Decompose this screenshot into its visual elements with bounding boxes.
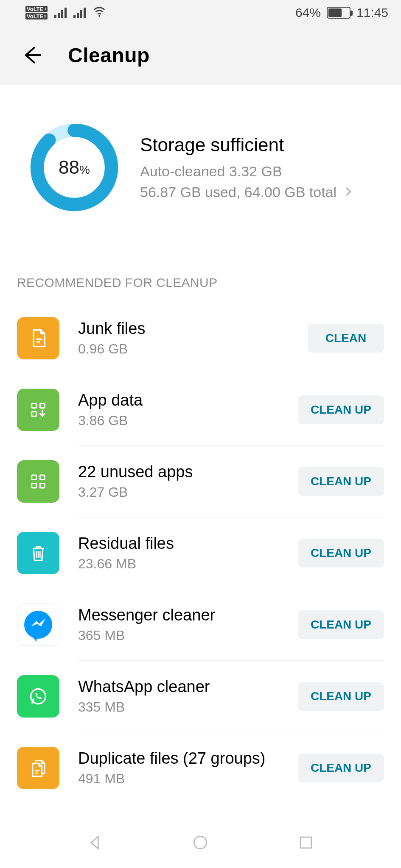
svg-point-0 — [98, 15, 100, 17]
battery-icon — [327, 7, 351, 19]
whatsapp-icon — [17, 675, 59, 718]
nav-home-button[interactable] — [188, 830, 213, 855]
svg-rect-4 — [40, 403, 45, 408]
list-item-title: Duplicate files (27 groups) — [78, 749, 279, 768]
list-item-sub: 335 MB — [78, 699, 279, 715]
svg-point-11 — [194, 836, 207, 849]
section-header-recommended: RECOMMENDED FOR CLEANUP — [0, 259, 401, 303]
chevron-right-icon — [342, 186, 354, 199]
list-item-title: Residual files — [78, 534, 279, 553]
list-item-sub: 365 MB — [78, 628, 279, 643]
back-button[interactable] — [17, 40, 47, 70]
battery-percent: 64% — [295, 6, 321, 20]
volte-indicators: VoLTE1 VoLTE2 — [25, 6, 48, 19]
app-download-icon — [17, 389, 59, 431]
list-item-title: App data — [78, 391, 279, 409]
volte-1-icon: VoLTE1 — [25, 6, 48, 12]
storage-ring-chart: 88% — [30, 123, 119, 212]
storage-percent-symbol: % — [79, 163, 90, 176]
storage-status-title: Storage sufficient — [140, 134, 384, 156]
clean-button[interactable]: CLEAN — [308, 324, 384, 353]
list-item-title: Messenger cleaner — [78, 606, 279, 624]
clean-up-button[interactable]: CLEAN UP — [298, 754, 384, 782]
clean-up-button[interactable]: CLEAN UP — [298, 539, 384, 568]
list-item-title: 22 unused apps — [78, 463, 279, 481]
list-item-title: Junk files — [78, 320, 289, 338]
list-item-title: WhatsApp cleaner — [78, 678, 279, 696]
file-icon — [17, 317, 59, 359]
volte-2-sub: 2 — [44, 14, 46, 18]
storage-autocleaned: Auto-cleaned 3.32 GB — [140, 163, 384, 180]
app-bar: Cleanup — [0, 25, 401, 85]
svg-rect-3 — [32, 403, 36, 408]
cleanup-list: Junk files 0.96 GB CLEAN App data 3.86 G… — [0, 303, 401, 804]
nav-recent-button[interactable] — [293, 830, 319, 855]
list-item-sub: 491 MB — [78, 771, 279, 787]
volte-1-label: VoLTE — [27, 6, 43, 12]
apps-grid-icon — [17, 460, 59, 503]
wifi-icon — [93, 5, 106, 21]
list-item-residual[interactable]: Residual files 23.66 MB CLEAN UP — [17, 517, 384, 589]
volte-1-sub: 1 — [44, 7, 46, 11]
list-item-junk[interactable]: Junk files 0.96 GB CLEAN — [17, 303, 384, 374]
svg-rect-12 — [300, 837, 311, 848]
trash-icon — [17, 532, 59, 574]
clean-up-button[interactable]: CLEAN UP — [298, 610, 384, 639]
list-item-duplicate[interactable]: Duplicate files (27 groups) 491 MB CLEAN… — [17, 732, 384, 804]
duplicate-files-icon — [17, 747, 59, 789]
nav-back-button[interactable] — [82, 830, 108, 855]
clean-up-button[interactable]: CLEAN UP — [298, 467, 384, 496]
svg-rect-6 — [32, 475, 36, 480]
storage-summary-text: Storage sufficient Auto-cleaned 3.32 GB … — [140, 134, 384, 200]
page-title: Cleanup — [68, 44, 150, 67]
svg-rect-7 — [40, 475, 45, 480]
list-item-appdata[interactable]: App data 3.86 GB CLEAN UP — [17, 374, 384, 445]
svg-rect-5 — [32, 412, 36, 416]
list-item-whatsapp[interactable]: WhatsApp cleaner 335 MB CLEAN UP — [17, 661, 384, 732]
status-right: 64% 11:45 — [295, 6, 388, 20]
list-item-sub: 3.86 GB — [78, 413, 279, 428]
clock: 11:45 — [356, 6, 388, 20]
messenger-icon — [17, 604, 59, 646]
list-item-unused[interactable]: 22 unused apps 3.27 GB CLEAN UP — [17, 446, 384, 517]
status-left: VoLTE1 VoLTE2 — [25, 5, 106, 21]
clean-up-button[interactable]: CLEAN UP — [298, 395, 384, 424]
list-item-sub: 0.96 GB — [78, 341, 289, 357]
signal-2-icon — [73, 8, 86, 18]
clean-up-button[interactable]: CLEAN UP — [298, 682, 384, 711]
signal-1-icon — [54, 8, 67, 18]
svg-rect-9 — [40, 483, 45, 488]
volte-2-label: VoLTE — [27, 14, 43, 19]
status-bar: VoLTE1 VoLTE2 64% 11:45 — [0, 0, 401, 25]
volte-2-icon: VoLTE2 — [25, 13, 48, 19]
navigation-bar — [0, 817, 401, 868]
storage-percent: 88% — [59, 157, 90, 178]
storage-usage: 56.87 GB used, 64.00 GB total — [140, 184, 337, 200]
list-item-sub: 23.66 MB — [78, 556, 279, 572]
storage-summary[interactable]: 88% Storage sufficient Auto-cleaned 3.32… — [0, 85, 401, 259]
svg-rect-8 — [32, 483, 36, 488]
list-item-messenger[interactable]: Messenger cleaner 365 MB CLEAN UP — [17, 589, 384, 660]
storage-percent-value: 88 — [59, 157, 79, 178]
list-item-sub: 3.27 GB — [78, 484, 279, 500]
